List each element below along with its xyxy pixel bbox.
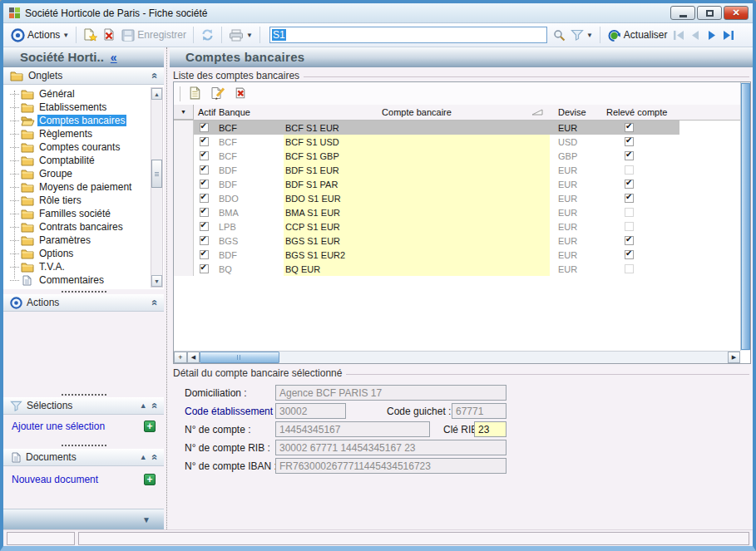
sidebar-tree-item[interactable]: Paramètres: [3, 234, 151, 247]
actif-checkbox[interactable]: [200, 137, 209, 146]
actif-checkbox[interactable]: [200, 264, 209, 273]
releve-compte-checkbox[interactable]: [625, 250, 634, 259]
nav-first-button[interactable]: [670, 27, 687, 42]
maximize-button[interactable]: [697, 6, 722, 20]
compte-bancaire-cell[interactable]: BGS S1 EUR: [284, 234, 550, 248]
bank-account-row[interactable]: BCF BCF S1 USD USD: [174, 135, 740, 149]
scrollbar-thumb[interactable]: [200, 352, 279, 363]
add-column-button[interactable]: +: [174, 352, 187, 363]
actif-checkbox[interactable]: [200, 236, 209, 245]
filter-button[interactable]: ▼: [568, 28, 595, 42]
sidebar-tree-item[interactable]: T.V.A.: [3, 260, 151, 273]
column-header-releve-compte[interactable]: Relevé compte: [603, 105, 679, 120]
releve-compte-checkbox[interactable]: [625, 222, 634, 231]
nav-previous-button[interactable]: [687, 27, 704, 42]
collapse-section-icon[interactable]: «: [150, 299, 158, 305]
scroll-up-icon[interactable]: ▲: [151, 88, 162, 100]
actif-checkbox[interactable]: [200, 180, 209, 189]
column-header-banque[interactable]: Banque: [214, 105, 284, 120]
collapse-section-icon[interactable]: «: [150, 454, 158, 460]
save-button[interactable]: Enregistrer: [119, 28, 189, 42]
search-button[interactable]: [551, 28, 568, 42]
collapse-section-icon[interactable]: «: [150, 402, 158, 408]
compte-bancaire-cell[interactable]: CCP S1 EUR: [284, 219, 550, 234]
releve-compte-checkbox[interactable]: [625, 194, 634, 203]
releve-compte-checkbox[interactable]: [625, 180, 634, 189]
sidebar-tree-item[interactable]: Comptes courants: [3, 140, 151, 154]
actions-section-header[interactable]: Actions «: [3, 294, 164, 312]
collapse-section-icon[interactable]: «: [150, 72, 158, 78]
actions-menu-button[interactable]: Actions ▼: [8, 27, 72, 43]
actif-checkbox[interactable]: [200, 208, 209, 217]
print-button[interactable]: ▼: [226, 28, 255, 42]
sidebar-tree-item[interactable]: Règlements: [3, 127, 151, 140]
nav-next-button[interactable]: [704, 27, 720, 42]
refresh-button[interactable]: [198, 27, 217, 42]
bank-account-row[interactable]: LPB CCP S1 EUR EUR: [174, 219, 740, 234]
compte-bancaire-cell[interactable]: BMA S1 EUR: [284, 205, 550, 219]
compte-bancaire-cell[interactable]: BCF S1 GBP: [284, 149, 550, 163]
bank-account-row[interactable]: BDF BGS S1 EUR2 EUR: [174, 248, 740, 262]
sidebar-tree-item[interactable]: Options: [3, 247, 151, 260]
bank-account-row[interactable]: BDF BDF S1 EUR EUR: [174, 163, 740, 177]
documents-section-header[interactable]: Documents ▲ «: [3, 449, 164, 466]
sidebar-splitter[interactable]: [164, 47, 170, 529]
actif-checkbox[interactable]: [200, 151, 209, 160]
add-selection-link[interactable]: Ajouter une sélection: [12, 421, 105, 432]
bank-account-row[interactable]: BCF BCF S1 EUR EUR: [174, 121, 740, 135]
bank-account-row[interactable]: BCF BCF S1 GBP GBP: [174, 149, 740, 163]
sidebar-tree-item[interactable]: Commentaires: [3, 273, 151, 287]
delete-record-button[interactable]: [100, 27, 119, 42]
onglets-section-header[interactable]: Onglets «: [3, 67, 164, 85]
bank-account-row[interactable]: BQ BQ EUR EUR: [174, 262, 740, 276]
new-document-plus-button[interactable]: +: [144, 474, 156, 485]
sidebar-overflow-bar[interactable]: ▼: [3, 509, 164, 529]
actif-checkbox[interactable]: [200, 250, 209, 259]
sidebar-tree-item[interactable]: Etablissements: [3, 101, 151, 114]
sidebar-collapse-button[interactable]: «: [111, 51, 117, 64]
scroll-up-icon[interactable]: ▲: [140, 453, 147, 461]
bank-account-row[interactable]: BDF BDF S1 PAR EUR: [174, 177, 740, 191]
releve-compte-checkbox[interactable]: [625, 123, 634, 132]
releve-compte-checkbox[interactable]: [625, 151, 634, 160]
selections-section-header[interactable]: Sélections ▲ «: [3, 397, 164, 415]
releve-compte-checkbox[interactable]: [625, 165, 634, 175]
sidebar-tree-item[interactable]: Comptes bancaires: [3, 114, 151, 127]
compte-bancaire-cell[interactable]: BDF S1 EUR: [284, 163, 550, 177]
scroll-left-icon[interactable]: ◀: [187, 352, 200, 363]
edit-row-icon[interactable]: [210, 86, 225, 101]
actif-checkbox[interactable]: [200, 194, 209, 203]
new-row-icon[interactable]: [188, 86, 203, 101]
releve-compte-checkbox[interactable]: [625, 208, 634, 217]
column-header-devise[interactable]: Devise: [550, 105, 603, 120]
sidebar-tree-item[interactable]: Comptabilité: [3, 154, 151, 167]
close-button[interactable]: ✕: [724, 6, 749, 20]
scrollbar-thumb[interactable]: [741, 83, 750, 350]
tree-scrollbar[interactable]: ▲ ▼: [151, 87, 163, 288]
compte-bancaire-cell[interactable]: BCF S1 EUR: [284, 121, 550, 135]
scroll-right-icon[interactable]: ▶: [728, 352, 740, 363]
scrollbar-thumb[interactable]: [151, 160, 162, 188]
releve-compte-checkbox[interactable]: [625, 236, 634, 245]
column-header-compte-bancaire[interactable]: Compte bancaire: [284, 105, 550, 120]
table-horizontal-scrollbar[interactable]: + ◀ ▶: [174, 351, 740, 363]
actif-checkbox[interactable]: [200, 222, 209, 231]
scroll-up-icon[interactable]: ▲: [140, 401, 147, 410]
actualiser-button[interactable]: Actualiser: [605, 27, 670, 43]
compte-bancaire-cell[interactable]: BDO S1 EUR: [284, 191, 550, 205]
delete-row-icon[interactable]: [233, 86, 248, 101]
actif-checkbox[interactable]: [200, 123, 209, 132]
grid-dropdown-button[interactable]: ▼: [174, 105, 194, 120]
sidebar-tree-item[interactable]: Groupe: [3, 167, 151, 180]
compte-bancaire-cell[interactable]: BDF S1 PAR: [284, 177, 550, 191]
sidebar-tree-item[interactable]: Moyens de paiement: [3, 180, 151, 194]
sidebar-tree-item[interactable]: Rôle tiers: [3, 194, 151, 207]
bank-account-row[interactable]: BMA BMA S1 EUR EUR: [174, 205, 740, 219]
nav-last-button[interactable]: [720, 27, 737, 42]
table-vertical-scrollbar[interactable]: [740, 82, 750, 351]
compte-bancaire-cell[interactable]: BCF S1 USD: [284, 135, 550, 149]
bank-account-row[interactable]: BGS BGS S1 EUR EUR: [174, 234, 740, 248]
minimize-button[interactable]: [670, 6, 695, 20]
sidebar-tree-item[interactable]: Général: [3, 87, 151, 101]
search-input[interactable]: S1: [269, 27, 547, 43]
